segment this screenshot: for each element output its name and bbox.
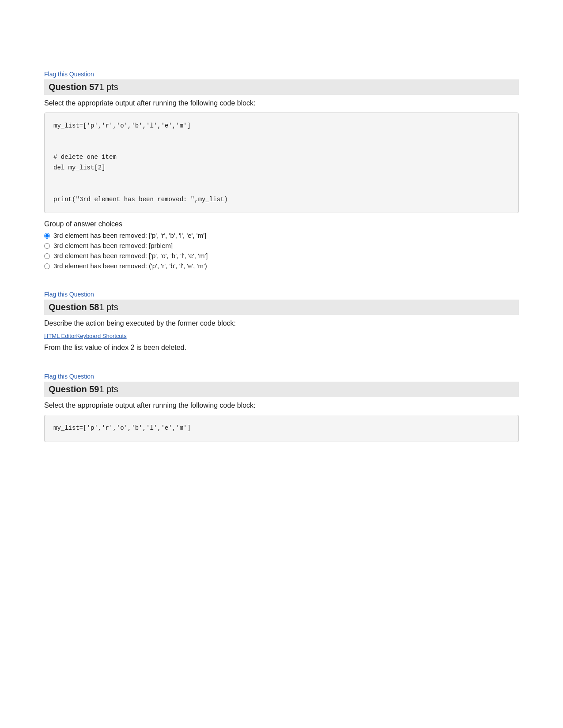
question-57-pts: 1 pts xyxy=(99,82,118,92)
editor-links: HTML EditorKeyboard Shortcuts xyxy=(44,333,519,339)
question-58: Flag this Question Question 581 pts Desc… xyxy=(44,291,519,352)
flag-question-59[interactable]: Flag this Question xyxy=(44,373,519,380)
question-57-group-label: Group of answer choices xyxy=(44,220,519,228)
question-58-title-bar: Question 581 pts xyxy=(44,300,519,315)
choice-57d[interactable]: 3rd element has been removed: ('p', 'r',… xyxy=(44,262,519,270)
choice-57a[interactable]: 3rd element has been removed: ['p', 'r',… xyxy=(44,232,519,239)
question-59-code: my_list=['p','r','o','b','l','e','m'] xyxy=(44,415,519,442)
question-58-answer: From the list value of index 2 is been d… xyxy=(44,344,519,352)
label-57c[interactable]: 3rd element has been removed: ['p', 'o',… xyxy=(53,252,208,259)
radio-57b[interactable] xyxy=(44,243,50,249)
question-59-title-bold: Question 59 xyxy=(49,384,99,394)
html-editor-link[interactable]: HTML Editor xyxy=(44,333,76,339)
flag-question-57[interactable]: Flag this Question xyxy=(44,71,519,78)
question-57-title: Question 571 pts xyxy=(49,82,118,92)
label-57a[interactable]: 3rd element has been removed: ['p', 'r',… xyxy=(53,232,206,239)
question-59-title-bar: Question 591 pts xyxy=(44,382,519,397)
label-57b[interactable]: 3rd element has been removed: [prblem] xyxy=(53,242,173,249)
question-57-title-bar: Question 571 pts xyxy=(44,79,519,95)
question-59-prompt: Select the appropriate output after runn… xyxy=(44,402,519,409)
question-58-title-bold: Question 58 xyxy=(49,302,99,312)
question-57-prompt: Select the appropriate output after runn… xyxy=(44,99,519,107)
radio-57d[interactable] xyxy=(44,263,50,269)
question-58-title: Question 581 pts xyxy=(49,302,118,312)
flag-question-58[interactable]: Flag this Question xyxy=(44,291,519,298)
question-59-pts: 1 pts xyxy=(99,384,118,394)
keyboard-shortcuts-link[interactable]: Keyboard Shortcuts xyxy=(76,333,126,339)
question-57: Flag this Question Question 571 pts Sele… xyxy=(44,71,519,270)
label-57d[interactable]: 3rd element has been removed: ('p', 'r',… xyxy=(53,262,207,270)
question-57-title-bold: Question 57 xyxy=(49,82,99,92)
question-59: Flag this Question Question 591 pts Sele… xyxy=(44,373,519,442)
choice-57b[interactable]: 3rd element has been removed: [prblem] xyxy=(44,242,519,249)
question-58-prompt: Describe the action being executed by th… xyxy=(44,319,519,327)
choice-57c[interactable]: 3rd element has been removed: ['p', 'o',… xyxy=(44,252,519,259)
question-57-code: my_list=['p','r','o','b','l','e','m'] # … xyxy=(44,113,519,213)
question-58-pts: 1 pts xyxy=(99,302,118,312)
radio-57c[interactable] xyxy=(44,253,50,259)
question-59-title: Question 591 pts xyxy=(49,384,118,394)
radio-57a[interactable] xyxy=(44,233,50,239)
